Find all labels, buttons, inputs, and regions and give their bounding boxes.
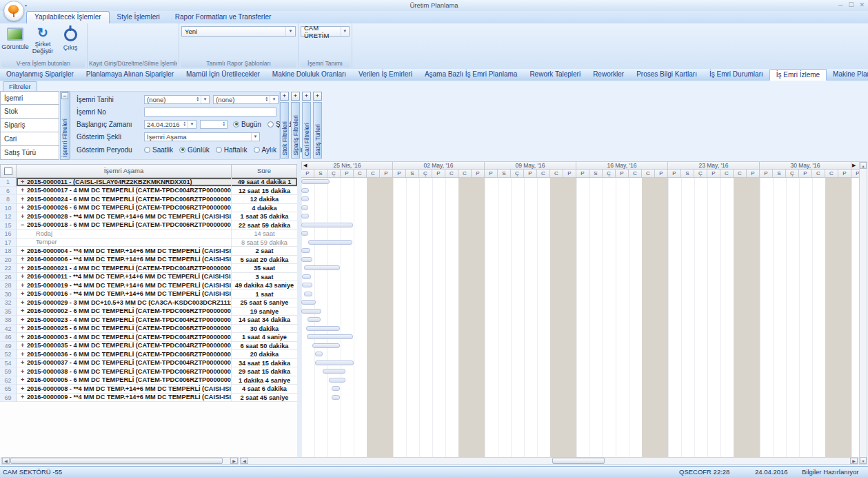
ribbon-button[interactable]: Çıkış	[57, 24, 84, 54]
filter-category-item[interactable]: İşemri	[0, 91, 59, 105]
gantt-bar[interactable]	[332, 395, 340, 400]
column-header-stage[interactable]: İşemri Aşama	[17, 164, 232, 178]
table-row[interactable]: 49+2015-0000035 - 4 MM DC TEMPERLİ (CATE…	[0, 342, 297, 351]
table-row[interactable]: 62+2016-0000005 - 6 MM DC TEMPERLİ (CATE…	[0, 376, 297, 385]
spinner-icon[interactable]: ▲▼	[182, 121, 188, 128]
spinner-icon[interactable]: ▲▼	[221, 121, 227, 128]
table-row[interactable]: 12+2015-0000028 - **4 MM DC TEMP.+14+6 M…	[0, 212, 297, 221]
nav-tab[interactable]: İş Emri İzleme	[769, 69, 827, 81]
quick-access-customize-icon[interactable]: ▾	[25, 3, 27, 8]
gantt-bar[interactable]	[307, 334, 353, 339]
chevron-down-icon[interactable]: ▼	[188, 121, 196, 128]
gantt-bar[interactable]	[329, 378, 345, 383]
add-filter-button[interactable]: +	[302, 92, 311, 101]
expand-plus-icon[interactable]: +	[21, 273, 27, 280]
radio-option[interactable]: Aylık	[254, 146, 277, 154]
table-row[interactable]: 17Temper8 saat 59 dakika	[0, 238, 297, 247]
add-filter-button[interactable]: +	[280, 92, 289, 101]
ribbon-tab[interactable]: Rapor Formatları ve Transferler	[168, 11, 279, 23]
isemri-filter-strip[interactable]: − İşemri Filtreleri	[60, 91, 70, 160]
nav-tab[interactable]: Planlamaya Alınan Siparişler	[80, 69, 180, 81]
expand-plus-icon[interactable]: +	[21, 359, 27, 366]
spinner-icon[interactable]: ▲▼	[195, 97, 201, 103]
gantt-bar[interactable]	[315, 361, 354, 365]
table-row[interactable]: 20+2016-0000006 - **4 MM DC TEMP.+14+6 M…	[0, 256, 297, 265]
table-row[interactable]: 16Rodaj14 saat	[0, 230, 297, 238]
expand-plus-icon[interactable]: +	[21, 290, 27, 297]
table-row[interactable]: 59+2015-0000038 - 6 MM DC TEMPERLİ (CATE…	[0, 367, 297, 376]
gantt-bar[interactable]	[301, 196, 309, 201]
grid-corner-cell[interactable]	[0, 164, 17, 178]
expand-plus-icon[interactable]: +	[21, 187, 27, 194]
chevron-down-icon[interactable]: ▼	[285, 27, 295, 36]
gantt-horizontal-scrollbar[interactable]: ◀ ▶	[240, 457, 858, 465]
timeline-scroll-left-icon[interactable]: ◀	[303, 163, 307, 168]
isemri-no-input[interactable]	[144, 108, 276, 116]
nav-tab[interactable]: İş Emri Durumları	[703, 69, 769, 81]
table-row[interactable]: 15−2015-0000018 - 6 MM DC TEMPERLİ (CATE…	[0, 221, 297, 230]
table-row[interactable]: 69+2016-0000009 - **4 MM DC TEMP.+14+6 M…	[0, 394, 297, 403]
gantt-bar[interactable]	[304, 292, 312, 296]
table-row[interactable]: 6+2015-0000017 - 4 MM DC TEMPERLİ (CATEM…	[0, 187, 297, 196]
expand-plus-icon[interactable]: +	[21, 179, 27, 185]
nav-tab[interactable]: Proses Bilgi Kartları	[630, 69, 703, 81]
table-row[interactable]: 1+2015-0000011 - (CAISL-ISLAY04RZ2KBZKMK…	[0, 178, 297, 187]
expand-plus-icon[interactable]: +	[21, 265, 27, 272]
filter-strip[interactable]: Stok Filtreleri	[280, 102, 289, 159]
ribbon-tab[interactable]: Yapılabilecek İşlemler	[26, 11, 110, 23]
gantt-bar[interactable]	[301, 309, 321, 314]
report-template-combo[interactable]: Yeni ▼	[181, 26, 296, 37]
chevron-down-icon[interactable]: ▼	[341, 27, 349, 36]
gantt-bar[interactable]	[323, 369, 345, 374]
filter-category-item[interactable]: Satış Türü	[0, 146, 59, 160]
baslangic-date-field[interactable]: 24.04.2016 ▲▼ ▼	[144, 120, 196, 129]
expand-plus-icon[interactable]: +	[21, 282, 27, 289]
nav-tab[interactable]: Makine Planlama	[827, 69, 868, 81]
gantt-bar[interactable]	[307, 317, 321, 322]
table-row[interactable]: 46+2016-0000003 - 4 MM DC TEMPERLİ (CATE…	[0, 333, 297, 342]
nav-tab[interactable]: Onaylanmış Siparişler	[0, 69, 80, 81]
nav-tab[interactable]: Rework Talepleri	[523, 69, 587, 81]
filter-strip[interactable]: Cari Filtreleri	[302, 102, 311, 159]
filter-strip[interactable]: Sipariş Filtreleri	[291, 102, 300, 159]
bugun-radio[interactable]: Bugün	[233, 121, 261, 128]
chevron-down-icon[interactable]: ▼	[201, 96, 209, 103]
gantt-scroll-thumb[interactable]	[552, 458, 605, 464]
table-row[interactable]: 18+2016-0000004 - **4 MM DC TEMP.+14+6 M…	[0, 247, 297, 256]
nav-tab[interactable]: Reworkler	[587, 69, 630, 81]
nav-tab[interactable]: Aşama Bazlı İş Emri Planlama	[418, 69, 524, 81]
gantt-bar[interactable]	[301, 205, 308, 210]
application-orb-button[interactable]	[3, 1, 24, 21]
radio-option[interactable]: Saatlik	[144, 146, 173, 154]
filter-category-item[interactable]: Cari	[0, 132, 59, 146]
timeline-scroll-right-icon[interactable]: ▶	[852, 163, 856, 168]
expand-plus-icon[interactable]: +	[21, 247, 27, 254]
close-icon[interactable]: ✕	[859, 1, 865, 10]
add-filter-button[interactable]: +	[313, 92, 322, 101]
table-row[interactable]: 10+2015-0000026 - 6 MM DC TEMPERLİ (CATE…	[0, 204, 297, 213]
table-row[interactable]: 38+2015-0000023 - 4 MM DC TEMPERLİ (CATE…	[0, 316, 297, 325]
spinner-icon[interactable]: ▲▼	[264, 97, 270, 103]
expand-plus-icon[interactable]: +	[21, 316, 27, 323]
table-row[interactable]: 8+2015-0000024 - 6 MM DC TEMPERLİ (CATEM…	[0, 195, 297, 204]
table-row[interactable]: 26+2016-0000011 - **4 MM DC TEMP.+14+6 M…	[0, 273, 297, 282]
column-header-duration[interactable]: Süre	[232, 164, 297, 178]
expand-plus-icon[interactable]: +	[21, 204, 27, 211]
expand-plus-icon[interactable]: +	[21, 394, 27, 400]
gantt-vertical-scrollbar[interactable]: ▲ ▼	[859, 161, 867, 465]
minimize-icon[interactable]: ─	[838, 1, 842, 10]
gantt-bar[interactable]	[301, 223, 353, 227]
collapse-filter-button[interactable]: −	[61, 92, 68, 99]
table-row[interactable]: 52+2015-0000036 - 6 MM DC TEMPERLİ (CATE…	[0, 350, 297, 359]
gantt-bar[interactable]	[304, 265, 340, 270]
isemri-tanimi-combo[interactable]: CAM ÜRETİM ▼	[301, 26, 350, 37]
gantt-bar[interactable]	[301, 188, 309, 193]
gantt-bar[interactable]	[301, 179, 330, 184]
gosterim-sekli-combo[interactable]: İşemri Aşama ▼	[144, 132, 260, 141]
table-row[interactable]: 28+2015-0000019 - **4 MM DC TEMP.+14+6 M…	[0, 281, 297, 290]
ribbon-tab[interactable]: Style İşlemleri	[110, 11, 168, 23]
collapse-minus-icon[interactable]: −	[21, 221, 27, 228]
scroll-left-icon[interactable]: ◀	[2, 458, 10, 464]
ribbon-button[interactable]: Şirket Değiştir	[29, 24, 57, 54]
gantt-bar[interactable]	[315, 352, 323, 356]
